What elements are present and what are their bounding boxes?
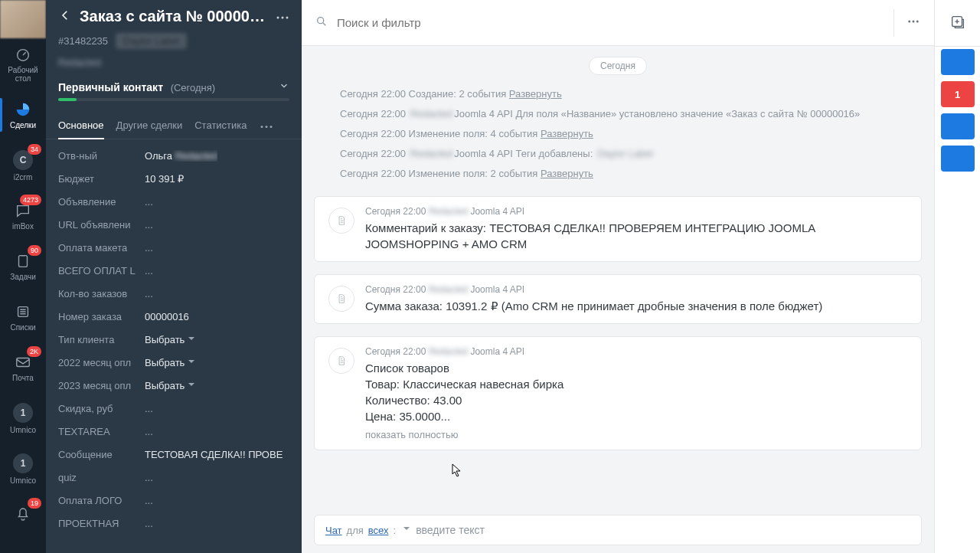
nav-i2crm[interactable]: 34 C i2crm [0,141,46,190]
tab-stats[interactable]: Статистика [194,112,247,139]
svg-point-7 [260,126,263,128]
field-label: Номер заказа [58,311,139,322]
more-icon[interactable] [276,11,289,22]
field-value[interactable]: ... [145,518,153,529]
log-lines: Сегодня 22:00 Создание: 2 события Развер… [302,84,934,184]
field-label: TEXTAREA [58,426,139,437]
right-tab[interactable]: 1 [941,81,975,107]
right-tab[interactable] [941,113,975,139]
nav-tasks[interactable]: 90 Задачи [0,242,46,291]
field-value[interactable]: ... [145,265,153,276]
message-composer[interactable]: Чат для всех: [314,515,922,545]
field-row[interactable]: Бюджет10 391 ₽ [58,167,289,190]
expand-link[interactable]: Развернуть [541,128,593,139]
field-label: ВСЕГО ОПЛАТ L [58,265,139,276]
expand-link[interactable]: Развернуть [509,88,562,100]
note-card[interactable]: Сегодня 22:00 Redacted Joomla 4 APIСумма… [314,274,922,324]
nav-desktop[interactable]: Рабочий стол [0,40,46,89]
chevron-down-icon[interactable] [403,527,410,533]
field-value[interactable]: 10 391 ₽ [145,173,184,185]
field-row[interactable]: Номер заказа00000016 [58,305,289,328]
composer-input[interactable] [414,523,910,537]
composer-all-link[interactable]: всех [368,525,389,536]
count-bubble: 1 [13,403,33,423]
field-row[interactable]: СообщениеТЕСТОВАЯ СДЕЛКА!! ПРОВЕ [58,443,289,466]
field-value[interactable]: ... [145,495,153,506]
field-value[interactable]: ... [145,472,153,483]
field-row[interactable]: Оплата макета... [58,236,289,259]
stage-selector[interactable]: Первичный контакт (Сегодня) [58,80,289,93]
card-text: Комментарий к заказу: ТЕСТОВАЯ СДЕЛКА!! … [365,220,907,252]
field-row[interactable]: TEXTAREA... [58,420,289,443]
add-tab-icon[interactable] [935,14,980,31]
svg-point-8 [265,126,267,128]
svg-point-4 [277,17,279,19]
workspace-avatar[interactable] [0,0,46,38]
field-label: ПРОЕКТНАЯ [58,518,139,529]
field-value[interactable]: Ольга Redacted [145,150,217,162]
field-label: Оплата макета [58,242,139,254]
field-value[interactable]: ТЕСТОВАЯ СДЕЛКА!! ПРОВЕ [145,449,283,460]
field-value[interactable]: Выбрать [145,380,194,391]
note-card[interactable]: Сегодня 22:00 Redacted Joomla 4 APIСписо… [314,336,922,450]
field-row[interactable]: quiz... [58,466,289,489]
field-row[interactable]: 2022 месяц оплВыбрать [58,351,289,374]
nav-umnico-2[interactable]: 1 Umnico [0,444,46,493]
field-row[interactable]: URL объявлени... [58,213,289,236]
composer-chat-link[interactable]: Чат [325,525,342,536]
field-row[interactable]: ПРОЕКТНАЯ... [58,512,289,535]
search-field[interactable] [315,15,881,30]
deal-panel: Заказ с сайта № 00000016 #31482235 Daylo… [46,0,302,553]
nav-deals[interactable]: Сделки [0,90,46,139]
header-more-icon[interactable] [906,15,920,31]
deal-tag[interactable]: Daylor Label [116,33,187,49]
nav-umnico-1[interactable]: 1 Umnico [0,394,46,443]
field-value[interactable]: ... [145,219,153,231]
field-row[interactable]: Кол-во заказов... [58,282,289,305]
field-value[interactable]: Выбрать [145,334,194,345]
right-tab[interactable] [941,146,975,172]
field-row[interactable]: Тип клиентаВыбрать [58,328,289,351]
tab-other-deals[interactable]: Другие сделки [116,112,183,139]
show-more-link[interactable]: показать полностью [365,429,907,440]
field-value[interactable]: ... [145,288,153,299]
field-label: Скидка, руб [58,403,139,414]
card-meta: Сегодня 22:00 Redacted Joomla 4 API [365,284,907,295]
svg-point-9 [270,126,272,128]
field-row[interactable]: Отв-ныйОльга Redacted [58,144,289,167]
deal-fields: Отв-ныйОльга RedactedБюджет10 391 ₽Объяв… [46,139,302,553]
field-value[interactable]: ... [145,242,153,254]
left-nav-rail: Рабочий стол Сделки 34 C i2crm 4273 imBo… [0,0,46,553]
nav-mail[interactable]: 2K Почта [0,343,46,392]
note-card[interactable]: Сегодня 22:00 Redacted Joomla 4 APIКомме… [314,196,922,262]
nav-imbox[interactable]: 4273 imBox [0,191,46,241]
card-text: Список товаровТовар: Классическая навесн… [365,360,907,424]
deal-contact-name[interactable]: Redacted [58,57,289,68]
svg-point-13 [916,21,919,23]
field-row[interactable]: Скидка, руб... [58,397,289,420]
list-icon [15,303,31,320]
card-text: Сумма заказа: 10391.2 ₽ (Amo CRM не прин… [365,298,907,314]
right-tab[interactable] [941,49,975,75]
tab-more[interactable] [260,112,273,139]
deal-id: #31482235 [58,35,108,47]
field-row[interactable]: Оплата ЛОГО... [58,489,289,512]
search-input[interactable] [335,15,881,30]
field-row[interactable]: 2023 месяц оплВыбрать [58,374,289,397]
tab-main[interactable]: Основное [58,112,104,139]
field-value[interactable]: Выбрать [145,357,194,368]
deal-title[interactable]: Заказ с сайта № 00000016 [80,8,268,25]
field-value[interactable]: ... [145,196,153,208]
nav-label: Сделки [10,121,36,129]
field-value[interactable]: ... [145,403,153,414]
nav-notifications[interactable]: 19 [0,495,46,532]
nav-lists[interactable]: Списки [0,293,46,342]
back-icon[interactable] [58,8,72,25]
field-label: Объявление [58,196,139,208]
field-value[interactable]: 00000016 [145,311,189,322]
log-line: Сегодня 22:00 Изменение поля: 2 события … [340,164,913,184]
expand-link[interactable]: Развернуть [541,168,593,179]
field-row[interactable]: Объявление... [58,190,289,213]
field-value[interactable]: ... [145,426,153,437]
field-row[interactable]: ВСЕГО ОПЛАТ L... [58,259,289,282]
